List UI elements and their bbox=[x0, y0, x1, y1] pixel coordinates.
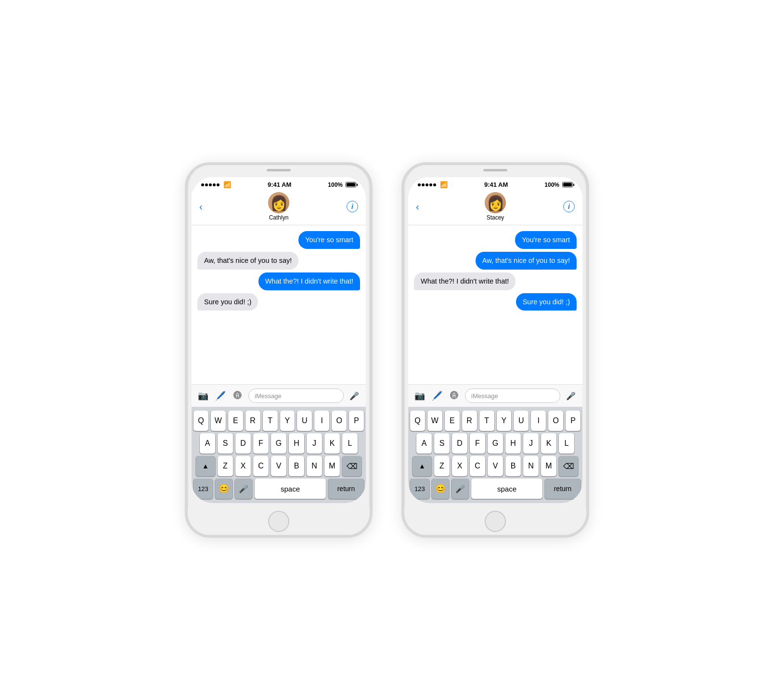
signal-dot bbox=[422, 183, 425, 186]
key-e-left[interactable]: E bbox=[228, 411, 243, 431]
key-m-left[interactable]: M bbox=[324, 456, 340, 476]
key-return-left[interactable]: return bbox=[328, 479, 364, 499]
key-a-left[interactable]: A bbox=[200, 433, 215, 454]
appstore-icon-right[interactable]: 🅐 bbox=[448, 389, 461, 402]
key-y-left[interactable]: Y bbox=[280, 411, 295, 431]
key-f-right[interactable]: F bbox=[470, 433, 485, 454]
key-w-left[interactable]: W bbox=[211, 411, 226, 431]
home-button-right[interactable] bbox=[485, 511, 506, 532]
key-z-right[interactable]: Z bbox=[434, 456, 450, 476]
avatar-face-left bbox=[268, 192, 289, 213]
speaker-left bbox=[267, 169, 291, 171]
key-q-left[interactable]: Q bbox=[194, 411, 208, 431]
key-space-left[interactable]: space bbox=[255, 479, 326, 499]
key-i-right[interactable]: I bbox=[531, 411, 546, 431]
key-p-right[interactable]: P bbox=[566, 411, 580, 431]
key-g-right[interactable]: G bbox=[488, 433, 503, 454]
key-z-left[interactable]: Z bbox=[218, 456, 233, 476]
signal-dot bbox=[418, 183, 421, 186]
info-button-right[interactable]: i bbox=[563, 201, 575, 212]
key-m-right[interactable]: M bbox=[541, 456, 556, 476]
imessage-input-left[interactable]: iMessage bbox=[248, 389, 344, 403]
key-n-left[interactable]: N bbox=[307, 456, 322, 476]
keyboard-left: Q W E R T Y U I O P A S D F G H bbox=[192, 407, 366, 503]
key-123-right[interactable]: 123 bbox=[410, 479, 429, 499]
mic-icon-right[interactable]: 🎤 bbox=[564, 389, 578, 402]
key-o-right[interactable]: O bbox=[548, 411, 563, 431]
iphone-left: 📶 9:41 AM 100% ‹ bbox=[185, 162, 373, 538]
key-r-right[interactable]: R bbox=[462, 411, 477, 431]
key-emoji-left[interactable]: 😊 bbox=[215, 479, 232, 499]
key-mic-left[interactable]: 🎤 bbox=[235, 479, 252, 499]
key-o-left[interactable]: O bbox=[332, 411, 347, 431]
key-l-right[interactable]: L bbox=[559, 433, 574, 454]
key-u-left[interactable]: U bbox=[297, 411, 312, 431]
key-b-right[interactable]: B bbox=[505, 456, 521, 476]
key-v-left[interactable]: V bbox=[271, 456, 286, 476]
info-button-left[interactable]: i bbox=[347, 201, 358, 212]
message-bubble: Sure you did! ;) bbox=[516, 293, 577, 311]
home-button-left[interactable] bbox=[268, 511, 289, 532]
key-p-left[interactable]: P bbox=[349, 411, 364, 431]
key-v-right[interactable]: V bbox=[488, 456, 503, 476]
key-a-right[interactable]: A bbox=[416, 433, 432, 454]
screen-left: 📶 9:41 AM 100% ‹ bbox=[192, 177, 366, 503]
key-shift-left[interactable]: ▲ bbox=[196, 456, 215, 476]
back-button-left[interactable]: ‹ bbox=[199, 201, 219, 212]
key-y-right[interactable]: Y bbox=[497, 411, 512, 431]
key-c-left[interactable]: C bbox=[253, 456, 269, 476]
key-h-left[interactable]: H bbox=[289, 433, 304, 454]
key-q-right[interactable]: Q bbox=[410, 411, 425, 431]
key-d-right[interactable]: D bbox=[452, 433, 467, 454]
key-i-left[interactable]: I bbox=[314, 411, 329, 431]
camera-icon-right[interactable]: 📷 bbox=[413, 389, 426, 402]
key-e-right[interactable]: E bbox=[445, 411, 460, 431]
signal-dot bbox=[209, 183, 212, 186]
key-emoji-right[interactable]: 😊 bbox=[432, 479, 449, 499]
nav-bar-left: ‹ Cathlyn i bbox=[192, 190, 366, 225]
kb-row-3-left: ▲ Z X C V B N M ⌫ bbox=[194, 456, 364, 476]
status-right-right: 100% bbox=[544, 181, 573, 188]
digital-touch-icon-left[interactable]: 🖊️ bbox=[214, 389, 227, 402]
key-g-left[interactable]: G bbox=[271, 433, 286, 454]
key-space-right[interactable]: space bbox=[471, 479, 542, 499]
key-x-right[interactable]: X bbox=[452, 456, 467, 476]
key-delete-right[interactable]: ⌫ bbox=[559, 456, 578, 476]
key-j-left[interactable]: J bbox=[307, 433, 322, 454]
appstore-icon-left[interactable]: 🅐 bbox=[231, 389, 245, 402]
top-notch-right bbox=[404, 165, 586, 172]
key-j-right[interactable]: J bbox=[523, 433, 539, 454]
key-s-left[interactable]: S bbox=[218, 433, 233, 454]
battery-icon-right bbox=[561, 182, 573, 187]
key-delete-left[interactable]: ⌫ bbox=[342, 456, 361, 476]
digital-touch-icon-right[interactable]: 🖊️ bbox=[430, 389, 444, 402]
key-t-left[interactable]: T bbox=[263, 411, 278, 431]
key-c-right[interactable]: C bbox=[470, 456, 485, 476]
status-right-left: 100% bbox=[328, 181, 356, 188]
message-bubble: You're so smart bbox=[298, 231, 360, 249]
key-s-right[interactable]: S bbox=[434, 433, 450, 454]
key-r-left[interactable]: R bbox=[245, 411, 260, 431]
nav-info-right: i bbox=[555, 201, 575, 212]
key-b-left[interactable]: B bbox=[289, 456, 304, 476]
key-u-right[interactable]: U bbox=[514, 411, 529, 431]
imessage-input-right[interactable]: iMessage bbox=[465, 389, 560, 403]
key-l-left[interactable]: L bbox=[342, 433, 358, 454]
battery-percent-right: 100% bbox=[544, 181, 559, 188]
key-n-right[interactable]: N bbox=[523, 456, 539, 476]
mic-icon-left[interactable]: 🎤 bbox=[348, 389, 361, 402]
key-123-left[interactable]: 123 bbox=[194, 479, 213, 499]
key-h-right[interactable]: H bbox=[505, 433, 521, 454]
key-w-right[interactable]: W bbox=[427, 411, 442, 431]
camera-icon-left[interactable]: 📷 bbox=[196, 389, 210, 402]
key-k-right[interactable]: K bbox=[541, 433, 556, 454]
key-f-left[interactable]: F bbox=[253, 433, 269, 454]
key-return-right[interactable]: return bbox=[545, 479, 580, 499]
key-k-left[interactable]: K bbox=[324, 433, 340, 454]
key-shift-right[interactable]: ▲ bbox=[413, 456, 432, 476]
key-mic-right[interactable]: 🎤 bbox=[452, 479, 469, 499]
key-t-right[interactable]: T bbox=[479, 411, 494, 431]
back-button-right[interactable]: ‹ bbox=[416, 201, 435, 212]
key-d-left[interactable]: D bbox=[235, 433, 251, 454]
key-x-left[interactable]: X bbox=[235, 456, 251, 476]
